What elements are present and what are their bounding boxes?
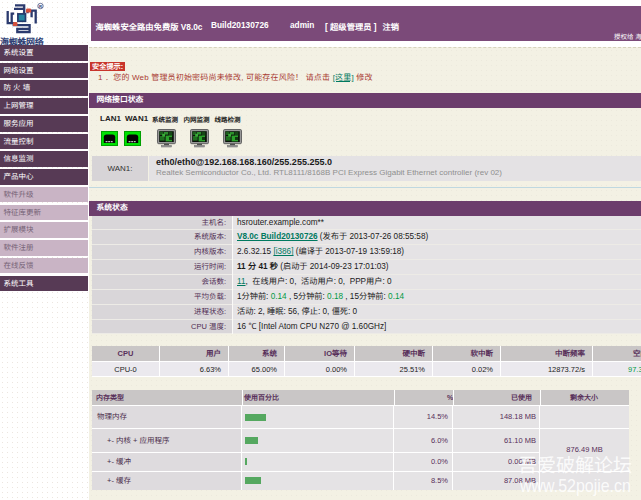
svg-text:R: R	[39, 4, 42, 9]
